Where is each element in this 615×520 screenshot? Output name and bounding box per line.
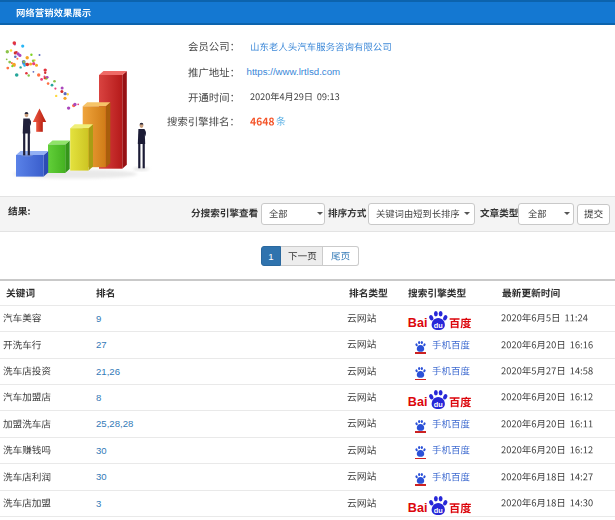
svg-text:du: du: [434, 400, 443, 409]
svg-text:du: du: [434, 506, 443, 515]
svg-text:du: du: [434, 321, 443, 330]
